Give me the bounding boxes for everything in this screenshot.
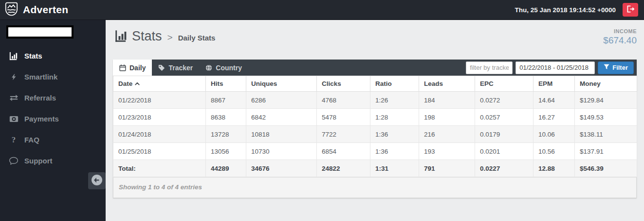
topbar: Adverten Thu, 25 Jan 2018 19:14:52 +0000 [0,0,644,20]
tab-label: Daily [129,64,146,72]
cell-date: 01/25/2018 [113,143,206,160]
cell-uniques: 10818 [246,126,317,143]
column-header-date[interactable]: Date [113,76,206,92]
tabbar: DailyTrackerCountry Filter [113,60,637,76]
cell-epc: 0.0179 [475,126,534,143]
sidebar-item-referrals[interactable]: Referrals [0,87,106,108]
breadcrumb-separator: > [167,32,173,43]
cell-hits: 13728 [206,126,246,143]
cell-epc: 0.0272 [475,92,534,109]
income-summary: INCOME $674.40 [603,28,637,46]
cell-hits: 44289 [206,160,246,177]
cell-clicks: 5478 [317,109,370,126]
cell-money: $546.39 [575,160,637,177]
column-header-clicks[interactable]: Clicks [317,76,370,92]
brand-title: Adverten [23,4,68,16]
sidebar-item-label: Referrals [24,94,56,102]
cell-epc: 0.0257 [475,109,534,126]
cell-uniques: 6842 [246,109,317,126]
exchange-icon [7,94,20,102]
sidebar-item-stats[interactable]: Stats [0,45,106,66]
sidebar-nav: StatsSmartlinkReferralsPayments?FAQSuppo… [0,45,106,171]
column-header-epc[interactable]: EPC [475,76,534,92]
income-value: $674.40 [603,35,637,46]
cell-uniques: 6286 [246,92,317,109]
cell-epm: 10.56 [534,143,575,160]
cell-ratio: 1:26 [370,92,419,109]
table-row: 01/23/20188638684254781:281980.025716.27… [113,109,637,126]
column-header-money[interactable]: Money [575,76,637,92]
main-content: Stats > Daily Stats INCOME $674.40 Daily… [106,20,644,221]
cell-ratio: 1:31 [370,160,419,177]
cell-hits: 13056 [206,143,246,160]
cell-ratio: 1:36 [370,143,419,160]
bolt-icon [7,73,20,81]
server-datetime: Thu, 25 Jan 2018 19:14:52 +0000 [515,6,616,14]
sidebar-item-label: Support [24,157,53,165]
tracker-filter-input[interactable] [466,61,513,74]
sidebar-item-support[interactable]: Support [0,150,106,171]
filter-button-label: Filter [612,64,628,71]
table-entries-summary: Showing 1 to 4 of 4 entries [113,177,637,198]
bar-chart-icon [7,52,20,60]
column-header-ratio[interactable]: Ratio [370,76,419,92]
comment-icon [7,157,20,165]
cell-uniques: 10730 [246,143,317,160]
cell-ratio: 1:28 [370,109,419,126]
breadcrumb: Stats > Daily Stats [115,28,215,44]
cell-clicks: 4768 [317,92,370,109]
sidebar-item-faq[interactable]: ?FAQ [0,129,106,150]
logout-button[interactable] [623,3,638,17]
sidebar: StatsSmartlinkReferralsPayments?FAQSuppo… [0,20,106,221]
column-header-hits[interactable]: Hits [206,76,246,92]
cell-leads: 198 [419,109,475,126]
tab-country[interactable]: Country [199,60,248,76]
cell-epm: 16.27 [534,109,575,126]
cell-date: 01/22/2018 [113,92,206,109]
column-header-leads[interactable]: Leads [419,76,475,92]
arrow-left-circle-icon [91,174,103,187]
daily-stats-table: DateHitsUniquesClicksRatioLeadsEPCEPMMon… [113,76,637,177]
sidebar-item-payments[interactable]: Payments [0,108,106,129]
cell-hits: 8867 [206,92,246,109]
cell-leads: 791 [419,160,475,177]
cell-hits: 8638 [206,109,246,126]
sidebar-item-label: FAQ [24,136,39,144]
tab-daily[interactable]: Daily [113,60,152,76]
calendar-icon [119,64,126,71]
cell-leads: 216 [419,126,475,143]
cell-epc: 0.0227 [475,160,534,177]
tab-label: Tracker [168,64,193,72]
cell-epc: 0.0201 [475,143,534,160]
cell-epm: 10.06 [534,126,575,143]
table-row: 01/25/2018130561073068541:361930.020110.… [113,143,637,160]
cell-uniques: 34676 [246,160,317,177]
tab-tracker[interactable]: Tracker [152,60,199,76]
table-total-row: Total:4428934676248221:317910.022712.88$… [113,160,637,177]
sign-out-icon [626,5,635,14]
table-row: 01/22/20188867628647681:261840.027214.64… [113,92,637,109]
page-title: Stats [132,29,162,44]
sidebar-item-smartlink[interactable]: Smartlink [0,66,106,87]
tag-icon [158,64,165,71]
column-header-epm[interactable]: EPM [534,76,575,92]
sidebar-collapse-button[interactable] [88,172,106,189]
cell-ratio: 1:36 [370,126,419,143]
cell-clicks: 7722 [317,126,370,143]
cell-money: $137.91 [575,143,637,160]
tab-label: Country [216,64,242,72]
cell-epm: 14.64 [534,92,575,109]
date-range-input[interactable] [515,61,595,74]
table-row: 01/24/2018137281081877221:362160.017910.… [113,126,637,143]
cell-clicks: 24822 [317,160,370,177]
globe-icon [205,64,212,71]
cell-date: Total: [113,160,206,177]
cell-money: $149.53 [575,109,637,126]
filter-button[interactable]: Filter [598,61,634,74]
cell-money: $138.11 [575,126,637,143]
sidebar-item-label: Payments [24,115,59,123]
cell-date: 01/23/2018 [113,109,206,126]
cell-epm: 12.88 [534,160,575,177]
page-header: Stats > Daily Stats INCOME $674.40 [115,28,637,46]
column-header-uniques[interactable]: Uniques [246,76,317,92]
